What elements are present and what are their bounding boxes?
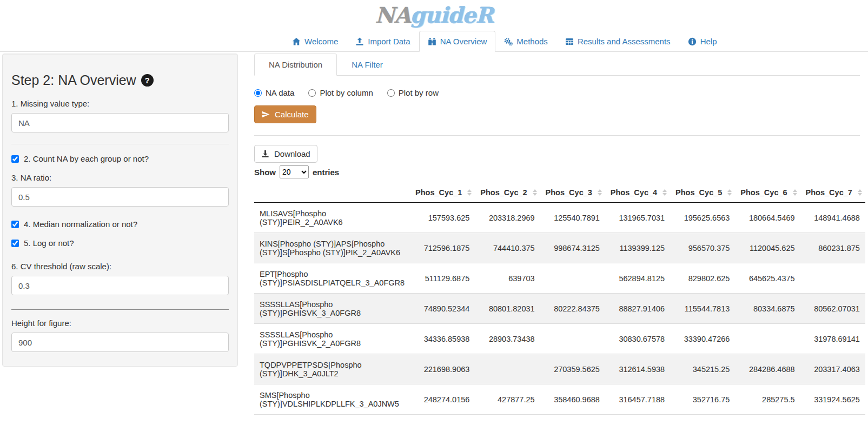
row-value-cell: 427877.25 [475,384,540,415]
paper-plane-icon [262,110,270,119]
column-header[interactable]: Phos_Cyc_5 [670,183,735,203]
sidebar-title-text: Step 2: NA Overview [11,72,136,88]
median-label: 4. Median normalization or not? [24,220,137,229]
tab-na-filter[interactable]: NA Filter [337,54,397,76]
radio-plot-by-row-input[interactable] [387,89,395,97]
row-value-cell: 34336.85938 [410,324,475,354]
cv-threshold-label: 6. CV threshold (raw scale): [11,262,229,271]
radio-plot-by-row[interactable]: Plot by row [387,88,439,97]
tab-methods[interactable]: Methods [495,31,556,52]
calculate-button[interactable]: Calculate [254,105,316,123]
main-divider [254,135,860,136]
logo-text-na: NA [375,2,410,28]
sort-icon [662,189,667,196]
row-name-cell: TQDPVPPETPSDS[Phospho (STY)]DHK_3_A0JLT2 [254,354,410,384]
calculate-label: Calculate [275,110,309,119]
content-area: Step 2: NA Overview ? 1. Missing value t… [0,52,868,415]
na-data-table: Phos_Cyc_1 Phos_Cyc_2 Phos_Cyc_3 Phos_Cy… [254,183,865,415]
row-value-cell [475,354,540,384]
radio-na-data-input[interactable] [254,89,262,97]
column-header-label: Phos_Cyc_4 [611,188,657,197]
tab-label: Methods [516,37,548,46]
median-checkbox[interactable] [11,221,19,228]
table-row: EPT[Phospho (STY)]PSIASDISLPIATQELR_3_A0… [254,263,865,294]
row-value-cell: 312614.5938 [605,354,670,384]
log-checkbox[interactable] [11,240,19,247]
log-checkbox-row[interactable]: 5. Log or not? [11,238,229,248]
page-length-select[interactable]: 20 [280,165,309,178]
main-panel: NA Distribution NA Filter NA data Plot b… [254,54,860,415]
column-header[interactable]: Phos_Cyc_3 [540,183,605,203]
radio-na-data[interactable]: NA data [254,88,294,97]
na-ratio-label: 3. NA ratio: [11,173,229,182]
table-row: SMS[Phospho (STY)]VDLSHIPLKDPLLFK_3_A0JN… [254,384,865,415]
row-value-cell: 1120045.625 [735,233,800,263]
row-value-cell: 180664.5469 [735,203,800,233]
column-header-label: Phos_Cyc_7 [806,188,852,197]
cv-threshold-input[interactable] [11,276,229,295]
table-row: SSSSLLAS[Phospho (STY)]PGHISVK_2_A0FGR8 … [254,324,865,354]
sort-icon [793,189,797,196]
row-name-cell: SSSSLLAS[Phospho (STY)]PGHISVK_2_A0FGR8 [254,324,410,354]
tab-na-distribution[interactable]: NA Distribution [254,54,337,76]
table-row: TQDPVPPETPSDS[Phospho (STY)]DHK_3_A0JLT2… [254,354,865,384]
tab-results-assessments[interactable]: Results and Assessments [556,31,679,52]
column-header-label: Phos_Cyc_1 [415,188,462,197]
gears-icon [504,37,513,46]
subtab-label: NA Filter [352,60,383,69]
row-value-cell: 30830.67578 [605,324,670,354]
count-na-checkbox-row[interactable]: 2. Count NA by each group or not? [11,154,229,163]
row-value-cell: 157593.625 [410,203,475,233]
row-value-cell: 115544.7813 [670,294,735,324]
median-checkbox-row[interactable]: 4. Median normalization or not? [11,220,229,229]
download-icon [261,150,270,158]
row-value-cell: 33390.47266 [670,324,735,354]
row-value-cell: 562894.8125 [605,263,670,294]
count-na-checkbox[interactable] [11,155,19,163]
tab-welcome[interactable]: Welcome [283,31,347,52]
radio-plot-by-column[interactable]: Plot by column [308,88,373,97]
tab-import-data[interactable]: Import Data [347,31,419,52]
column-header[interactable]: Phos_Cyc_7 [800,183,865,203]
plot-mode-radio-group: NA data Plot by column Plot by row [254,88,860,97]
row-value-cell: 270359.5625 [540,354,605,384]
download-button[interactable]: Download [254,145,317,163]
radio-plot-by-column-input[interactable] [308,89,316,97]
row-value-cell: 358460.9688 [540,384,605,415]
column-header[interactable]: Phos_Cyc_1 [410,183,475,203]
tab-label: NA Overview [440,37,487,46]
app-logo: NAguideR [375,3,493,28]
tab-help[interactable]: Help [679,31,726,52]
sort-icon [858,189,862,196]
na-ratio-input[interactable] [11,187,229,207]
row-value-cell: 712596.1875 [410,233,475,263]
row-value-cell: 125540.7891 [540,203,605,233]
row-value-cell [540,263,605,294]
column-header[interactable]: Phos_Cyc_4 [605,183,670,203]
row-value-cell: 74890.52344 [410,294,475,324]
figure-height-input[interactable] [11,333,229,352]
row-value-cell: 131965.7031 [605,203,670,233]
row-value-cell: 80222.84375 [540,294,605,324]
row-value-cell: 203317.4063 [800,354,865,384]
column-header[interactable]: Phos_Cyc_2 [475,183,540,203]
row-value-cell: 345215.25 [670,354,735,384]
logo-text-guider: guideR [410,2,493,28]
column-header-label: Phos_Cyc_6 [740,188,787,197]
tab-label: Import Data [368,37,410,46]
main-nav: Welcome Import Data NA Overview [0,31,868,52]
question-circle-icon[interactable]: ? [141,74,154,87]
column-header[interactable]: Phos_Cyc_6 [735,183,800,203]
sort-icon [598,189,602,196]
tab-label: Welcome [304,37,338,46]
row-value-cell: 285275.5 [735,384,800,415]
missing-value-input[interactable] [11,113,229,132]
row-value-cell: 80801.82031 [475,294,540,324]
row-value-cell: 352716.75 [670,384,735,415]
sort-icon [727,189,732,196]
radio-label: Plot by column [320,88,373,97]
sidebar-divider [11,144,229,144]
tab-na-overview[interactable]: NA Overview [419,31,496,52]
row-value-cell [800,263,865,294]
table-row: KINS[Phospho (STY)]APS[Phospho (STY)]S[P… [254,233,865,263]
